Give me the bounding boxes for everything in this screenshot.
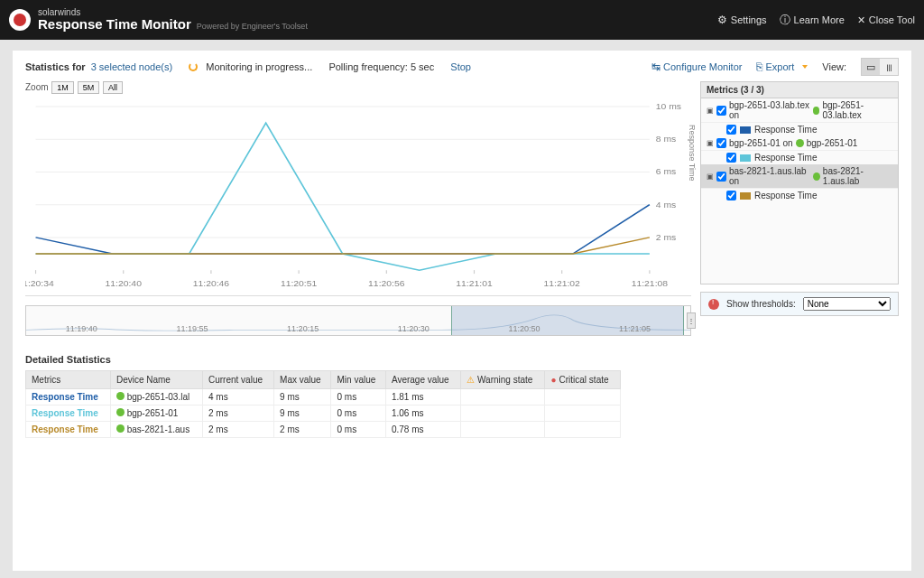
collapse-icon[interactable]: ▣ [707,139,714,147]
metric-link[interactable]: Response Time [32,424,98,434]
thresholds-bar: Show thresholds: None [700,292,899,316]
view-bar-button[interactable]: ⫼ [880,59,898,75]
chart-y-axis-label: Response Time [688,125,697,182]
metrics-metric-row[interactable]: Response Time [701,189,898,202]
stop-link[interactable]: Stop [450,61,471,72]
threshold-warning-icon [708,299,719,310]
metrics-node-row[interactable]: ▣bgp-2651-03.lab.tex on bgp-2651-03.lab.… [701,98,898,123]
metrics-node-row[interactable]: ▣bas-2821-1.aus.lab on bas-2821-1.aus.la… [701,164,898,189]
view-chart-button[interactable]: ▭ [862,59,880,75]
thresholds-label: Show thresholds: [726,299,796,309]
range-overview-strip[interactable]: 11:19:4011:19:5511:20:1511:20:3011:20:50… [25,305,691,336]
status-up-icon [813,172,820,181]
svg-text:8 ms: 8 ms [656,135,677,144]
series-color-swatch [740,126,751,134]
metric-checkbox[interactable] [726,153,736,163]
svg-text:11:20:56: 11:20:56 [368,279,404,288]
details-table: MetricsDevice NameCurrent valueMax value… [25,370,621,438]
selected-nodes-link[interactable]: 3 selected node(s) [91,61,173,72]
stats-toolbar: Statistics for 3 selected node(s) Monito… [25,58,899,76]
status-up-icon [116,392,125,400]
node-checkbox[interactable] [716,172,726,182]
metrics-metric-row[interactable]: Response Time [701,123,898,136]
table-header[interactable]: Device Name [110,371,202,389]
view-label: View: [822,61,846,72]
table-header[interactable]: Max value [274,371,331,389]
svg-text:11:20:40: 11:20:40 [106,279,143,288]
status-up-icon [116,424,125,433]
response-time-chart[interactable]: 10 ms8 ms6 ms4 ms2 ms11:20:3411:20:4011:… [25,98,691,296]
metric-checkbox[interactable] [726,191,736,200]
status-up-icon [813,107,820,115]
svg-text:6 ms: 6 ms [656,167,677,176]
monitoring-status: Monitoring in progress... [206,61,312,72]
table-row: Response Time bgp-2651-03.lal4 ms9 ms0 m… [26,389,621,406]
metric-link[interactable]: Response Time [32,408,98,418]
collapse-icon[interactable]: ▣ [707,107,714,115]
metric-checkbox[interactable] [726,125,736,135]
zoom-1m-button[interactable]: 1M [51,81,74,94]
chevron-down-icon [802,65,808,69]
critical-icon [550,375,559,385]
series-color-swatch [740,192,751,200]
table-header[interactable]: Critical state [545,371,621,389]
export-button[interactable]: Export [756,61,808,73]
metric-link[interactable]: Response Time [32,392,98,402]
collapse-icon[interactable]: ▣ [707,172,714,181]
metrics-panel: Metrics (3 / 3) ▣bgp-2651-03.lab.tex on … [700,81,899,284]
metrics-panel-header: Metrics (3 / 3) [701,82,898,98]
status-up-icon [116,408,125,416]
stats-for-label: Statistics for [25,61,86,72]
table-header[interactable]: Min value [331,371,385,389]
svg-text:4 ms: 4 ms [656,200,677,209]
range-handle-right[interactable]: ⋮ [687,312,696,329]
zoom-all-button[interactable]: All [103,81,123,94]
brand-title: Response Time Monitor [38,17,191,33]
progress-spinner-icon [189,62,198,71]
svg-text:11:21:08: 11:21:08 [632,279,668,288]
export-icon [756,61,762,73]
configure-icon [651,61,661,73]
svg-text:11:21:02: 11:21:02 [543,279,579,288]
brand-subtitle: Powered by Engineer's Toolset [197,23,308,32]
details-title: Detailed Statistics [25,354,899,365]
settings-link[interactable]: Settings [717,14,767,26]
svg-text:11:20:46: 11:20:46 [193,279,229,288]
metrics-node-row[interactable]: ▣bgp-2651-01 on bgp-2651-01 [701,136,898,151]
zoom-5m-button[interactable]: 5M [78,81,100,94]
table-row: Response Time bgp-2651-012 ms9 ms0 ms1.0… [26,406,621,422]
table-header[interactable]: Average value [385,371,460,389]
svg-text:2 ms: 2 ms [656,233,677,242]
app-logo [9,9,31,31]
warning-icon [467,375,477,385]
node-checkbox[interactable] [716,138,726,148]
close-tool-link[interactable]: Close Tool [857,14,915,26]
node-checkbox[interactable] [716,106,726,116]
table-row: Response Time bas-2821-1.aus2 ms2 ms0 ms… [26,422,621,438]
learn-more-link[interactable]: Learn More [780,13,845,28]
thresholds-select[interactable]: None [803,297,891,311]
table-header[interactable]: Metrics [26,371,111,389]
metrics-metric-row[interactable]: Response Time [701,151,898,164]
svg-text:11:20:51: 11:20:51 [281,279,317,288]
svg-text:11:20:34: 11:20:34 [25,279,54,288]
polling-frequency: Polling frequency: 5 sec [328,61,434,72]
table-header[interactable]: Current value [202,371,273,389]
svg-text:11:21:01: 11:21:01 [456,279,492,288]
svg-text:10 ms: 10 ms [656,102,681,111]
configure-monitor-button[interactable]: Configure Monitor [651,61,742,73]
series-color-swatch [740,154,751,162]
titlebar: solarwinds Response Time Monitor Powered… [0,0,924,40]
status-up-icon [796,139,804,147]
zoom-controls: Zoom 1M 5M All [25,81,691,94]
brand-block: solarwinds Response Time Monitor Powered… [38,7,308,33]
table-header[interactable]: Warning state [461,371,545,389]
